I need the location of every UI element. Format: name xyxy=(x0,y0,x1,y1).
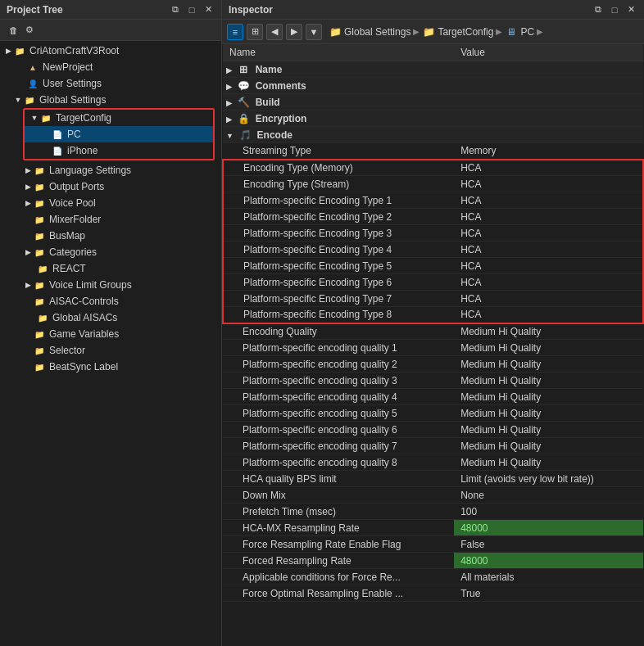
prop-enc-quality-1-value: Medium Hi Quality xyxy=(454,340,643,356)
breadcrumb-target-config[interactable]: 📁 TargetConfig xyxy=(422,25,493,38)
table-row: Streaming Type Memory xyxy=(223,143,643,160)
inspector-panel: Inspector ⧉ □ ✕ ≡ ⊞ ◀ ▶ ▼ 📁 Global Setti… xyxy=(222,0,644,646)
project-tree-window-icon[interactable]: ⧉ xyxy=(169,3,182,16)
name-section-icon: ⊞ xyxy=(238,64,249,75)
prop-enc-type-stream-name: Encoding Type (Stream) xyxy=(223,176,454,192)
global-aisacs-label: Global AISACs xyxy=(52,312,117,323)
tree-item-categories[interactable]: ▶ 📁 Categories xyxy=(0,244,221,260)
prop-hca-mx-value: 48000 xyxy=(454,520,643,536)
categories-arrow: ▶ xyxy=(23,248,33,256)
section-build[interactable]: ▶ 🔨 Build xyxy=(223,94,643,111)
tree-item-react[interactable]: 📁 REACT xyxy=(0,260,221,277)
nav-fwd-btn[interactable]: ▶ xyxy=(286,24,302,40)
table-row-hca-end: Platform-specific Encoding Type 8 HCA xyxy=(223,307,643,323)
prop-enc-quality-value: Medium Hi Quality xyxy=(454,323,643,340)
prop-enc-type-memory-value: HCA xyxy=(454,160,643,176)
prop-forced-resample-name: Forced Resampling Rate xyxy=(223,553,454,569)
tree-item-voice-pool[interactable]: ▶ 📁 Voice Pool xyxy=(0,195,221,211)
tree-item-language-settings[interactable]: ▶ 📁 Language Settings xyxy=(0,162,221,178)
tree-item-user-settings[interactable]: 👤 User Settings xyxy=(0,75,221,92)
table-row: Down Mix None xyxy=(223,487,643,504)
highlight-region: ▼ 📁 TargetConfig 📄 PC 📄 iPhone xyxy=(23,108,215,160)
project-tree-title: Project Tree xyxy=(7,4,63,16)
table-row: Platform-specific encoding quality 1 Med… xyxy=(223,340,643,356)
tree-item-root[interactable]: ▶ 📁 CriAtomCraftV3Root xyxy=(0,43,221,59)
aisac-controls-label: AISAC-Controls xyxy=(49,296,119,307)
prop-enc-type-8-name: Platform-specific Encoding Type 8 xyxy=(223,307,454,323)
tree-item-beatsync-label[interactable]: 📁 BeatSync Label xyxy=(0,359,221,375)
encryption-section-icon: 🔒 xyxy=(238,113,249,124)
voice-limit-groups-label: Voice Limit Groups xyxy=(49,279,132,291)
table-row: Platform-specific Encoding Type 3 HCA xyxy=(223,225,643,242)
breadcrumb-pc-icon: 🖥 xyxy=(505,25,518,38)
inspector-close-icon[interactable]: ✕ xyxy=(624,3,637,16)
prop-force-resample-flag-value: False xyxy=(454,536,643,553)
breadcrumb: 📁 Global Settings ▶ 📁 TargetConfig ▶ 🖥 P… xyxy=(329,25,639,38)
project-tree-close-icon[interactable]: ✕ xyxy=(202,3,215,16)
breadcrumb-pc[interactable]: 🖥 PC xyxy=(505,25,534,38)
prop-streaming-type-value: Memory xyxy=(454,143,643,160)
target-config-arrow: ▼ xyxy=(29,114,39,122)
tree-item-bus-map[interactable]: 📁 BusMap xyxy=(0,228,221,244)
section-name[interactable]: ▶ ⊞ Name xyxy=(223,61,643,78)
nav-back-btn[interactable]: ◀ xyxy=(266,24,283,40)
section-encryption[interactable]: ▶ 🔒 Encryption xyxy=(223,111,643,127)
table-row-hca-start: Encoding Type (Memory) HCA xyxy=(223,160,643,176)
breadcrumb-global-settings[interactable]: 📁 Global Settings xyxy=(329,25,410,38)
grid-view-btn[interactable]: ⊞ xyxy=(247,24,263,40)
list-view-btn[interactable]: ≡ xyxy=(227,24,243,40)
table-row: Encoding Type (Stream) HCA xyxy=(223,176,643,192)
root-icon: 📁 xyxy=(13,44,26,57)
prop-enc-quality-7-value: Medium Hi Quality xyxy=(454,438,643,454)
tree-item-output-ports[interactable]: ▶ 📁 Output Ports xyxy=(0,178,221,195)
prop-enc-quality-2-value: Medium Hi Quality xyxy=(454,356,643,373)
comments-section-label: Comments xyxy=(256,80,306,92)
prop-enc-type-4-value: HCA xyxy=(454,242,643,258)
pc-icon: 📄 xyxy=(51,128,64,141)
tree-item-selector[interactable]: 📁 Selector xyxy=(0,342,221,359)
delete-icon[interactable]: 🗑 xyxy=(7,24,20,37)
prop-down-mix-name: Down Mix xyxy=(223,487,454,504)
tree-item-new-project[interactable]: ▲ NewProject xyxy=(0,59,221,75)
tree-item-pc[interactable]: 📄 PC xyxy=(25,126,213,142)
tree-item-aisac-controls[interactable]: 📁 AISAC-Controls xyxy=(0,293,221,309)
inspector-title: Inspector xyxy=(229,4,273,16)
table-row: Applicable conditions for Force Re... Al… xyxy=(223,569,643,585)
tree-item-mixer-folder[interactable]: 📁 MixerFolder xyxy=(0,211,221,228)
table-row: Platform-specific Encoding Type 7 HCA xyxy=(223,291,643,307)
voice-pool-arrow: ▶ xyxy=(23,199,33,207)
project-tree-maximize-icon[interactable]: □ xyxy=(185,3,198,16)
settings-icon[interactable]: ⚙ xyxy=(23,24,36,37)
tree-item-target-config[interactable]: ▼ 📁 TargetConfig xyxy=(25,110,213,126)
project-tree-header: Project Tree ⧉ □ ✕ xyxy=(0,0,221,20)
col-name-header: Name xyxy=(223,44,454,61)
encode-expand-arrow: ▼ xyxy=(226,132,234,140)
prop-enc-type-5-value: HCA xyxy=(454,258,643,274)
inspector-window-icon[interactable]: ⧉ xyxy=(592,3,605,16)
section-encode[interactable]: ▼ 🎵 Encode xyxy=(223,127,643,143)
tree-item-voice-limit-groups[interactable]: ▶ 📁 Voice Limit Groups xyxy=(0,277,221,293)
prop-enc-type-5-name: Platform-specific Encoding Type 5 xyxy=(223,258,454,274)
tree-item-global-settings[interactable]: ▼ 📁 Global Settings xyxy=(0,92,221,108)
section-comments[interactable]: ▶ 💬 Comments xyxy=(223,78,643,94)
comments-expand-arrow: ▶ xyxy=(226,83,232,91)
inspector-header-icons: ⧉ □ ✕ xyxy=(592,3,637,16)
inspector-maximize-icon[interactable]: □ xyxy=(608,3,621,16)
build-expand-arrow: ▶ xyxy=(226,99,232,107)
game-variables-label: Game Variables xyxy=(49,328,119,340)
tree-item-game-variables[interactable]: 📁 Game Variables xyxy=(0,326,221,342)
nav-down-btn[interactable]: ▼ xyxy=(306,24,322,40)
tree-item-iphone[interactable]: 📄 iPhone xyxy=(25,142,213,159)
prop-enc-quality-4-value: Medium Hi Quality xyxy=(454,389,643,405)
tree-item-global-aisacs[interactable]: 📁 Global AISACs xyxy=(0,309,221,326)
user-settings-icon: 👤 xyxy=(26,77,39,90)
prop-enc-quality-3-value: Medium Hi Quality xyxy=(454,373,643,389)
prop-force-optimal-value: True xyxy=(454,585,643,602)
prop-enc-type-3-value: HCA xyxy=(454,225,643,242)
breadcrumb-folder-icon-2: 📁 xyxy=(422,25,435,38)
prop-prefetch-name: Prefetch Time (msec) xyxy=(223,504,454,520)
prop-enc-quality-6-name: Platform-specific encoding quality 6 xyxy=(223,422,454,438)
prop-enc-quality-8-name: Platform-specific encoding quality 8 xyxy=(223,454,454,471)
prop-enc-type-2-value: HCA xyxy=(454,209,643,225)
tree-content: ▶ 📁 CriAtomCraftV3Root ▲ NewProject 👤 Us… xyxy=(0,41,221,646)
